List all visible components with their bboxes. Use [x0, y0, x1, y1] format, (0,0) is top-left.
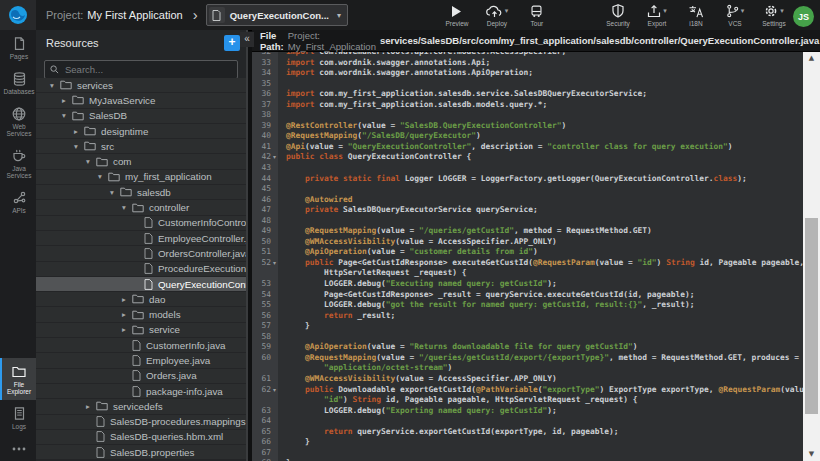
- folder-icon: [72, 95, 84, 105]
- code-line: 61 @WMAccessVisibility(value = AccessSpe…: [252, 374, 803, 385]
- toolbar-button-deploy[interactable]: ▾Deploy: [484, 4, 510, 27]
- tree-row[interactable]: ▸dao: [36, 292, 246, 307]
- tree-row[interactable]: Employee.java: [36, 353, 246, 368]
- chevron-expanded-icon[interactable]: ▾: [122, 203, 132, 212]
- tree-row[interactable]: SalesDB.properties: [36, 445, 246, 460]
- code-text: public Downloadable exportGetCustId(@Pat…: [278, 385, 803, 396]
- rail-item-file-explorer[interactable]: File Explorer: [0, 358, 36, 400]
- tree-item-label: package-info.java: [146, 386, 223, 397]
- tree-row[interactable]: ▸servicedefs: [36, 399, 246, 414]
- tree-row[interactable]: ▸MyJavaService: [36, 93, 246, 108]
- tree-row[interactable]: CustomerInfoController.java: [36, 216, 246, 231]
- tree-row[interactable]: ▾src: [36, 139, 246, 154]
- tree-row[interactable]: ▾my_first_application: [36, 170, 246, 185]
- rail-item-more[interactable]: [0, 435, 36, 461]
- code-text: public Page<GetCustIdResponse> executeGe…: [278, 258, 803, 269]
- user-avatar[interactable]: JS: [793, 6, 814, 27]
- search-icon: [50, 65, 59, 74]
- toolbar-button-vcs[interactable]: ▾VCS: [722, 4, 748, 27]
- chevron-expanded-icon[interactable]: ▾: [110, 188, 120, 197]
- tree-row[interactable]: ▾salesdb: [36, 185, 246, 200]
- add-resource-button[interactable]: +: [224, 35, 240, 51]
- rail-item-apis[interactable]: APIs: [0, 184, 36, 219]
- fold-marker-icon[interactable]: ▾: [271, 385, 278, 396]
- editor-vertical-scrollbar[interactable]: ▲ ▼: [803, 52, 820, 461]
- chevron-collapsed-icon[interactable]: ▸: [122, 310, 132, 319]
- tree-row[interactable]: CustomerInfo.java: [36, 338, 246, 353]
- tree-row[interactable]: SalesDB-procedures.mappings.json: [36, 415, 246, 430]
- rail-item-logs[interactable]: Logs: [0, 400, 36, 435]
- line-number: 55: [252, 300, 271, 311]
- code-line: 40@RequestMapping("/SalesDB/queryExecuto…: [252, 131, 803, 142]
- gutter: 61: [252, 374, 278, 385]
- line-number: 66: [252, 437, 271, 448]
- rail-item-databases[interactable]: Databases: [0, 65, 36, 100]
- java-services-icon: [12, 148, 26, 163]
- chevron-expanded-icon[interactable]: ▾: [86, 157, 96, 166]
- code-line: 42▾public class QueryExecutionController…: [252, 152, 803, 163]
- chevron-expanded-icon[interactable]: ▾: [62, 111, 72, 120]
- fold-spacer: [271, 247, 278, 258]
- tree-row[interactable]: ▾com: [36, 154, 246, 169]
- chevron-expanded-icon[interactable]: ▾: [98, 172, 108, 181]
- fold-marker-icon[interactable]: ▾: [271, 152, 278, 163]
- gutter: 49: [252, 226, 278, 237]
- rail-item-java-services[interactable]: Java Services: [0, 142, 36, 184]
- search-input[interactable]: [63, 63, 232, 76]
- chevron-collapsed-icon[interactable]: ▸: [62, 96, 72, 105]
- tree-item-label: OrdersController.java: [158, 248, 246, 259]
- gutter: 64: [252, 416, 278, 427]
- rail-item-web-services[interactable]: Web Services: [0, 100, 36, 142]
- fold-spacer: [271, 195, 278, 206]
- code-editor[interactable]: 32import com.wavemaker.tools.api.core.mo…: [252, 52, 803, 461]
- tree-row[interactable]: ▾controller: [36, 200, 246, 215]
- toolbar-button-settings[interactable]: ▾Settings: [761, 4, 787, 27]
- code-text: return _result;: [278, 311, 395, 322]
- gutter: 57: [252, 321, 278, 332]
- tree-item-label: ProcedureExecutionController.java: [158, 263, 246, 274]
- chevron-collapsed-icon[interactable]: ▸: [74, 127, 84, 136]
- chevron-collapsed-icon[interactable]: ▸: [86, 402, 96, 411]
- toolbar-button-i18n[interactable]: i18N: [683, 4, 709, 27]
- folder-icon: [96, 157, 108, 167]
- tree-row[interactable]: QueryExecutionController.java: [36, 277, 246, 292]
- chevron-expanded-icon[interactable]: ▾: [74, 142, 84, 151]
- tree-row[interactable]: EmployeeController.java: [36, 231, 246, 246]
- tree-row[interactable]: OrdersController.java: [36, 246, 246, 261]
- tree-row[interactable]: ▸designtime: [36, 124, 246, 139]
- toolbar-button-preview[interactable]: Preview: [444, 4, 470, 27]
- code-text: @RestController(value = "SalesDB.QueryEx…: [278, 121, 566, 132]
- tree-row[interactable]: ▸models: [36, 307, 246, 322]
- collapse-panel-button[interactable]: «: [240, 32, 254, 47]
- tree-row[interactable]: Orders.java: [36, 369, 246, 384]
- toolbar-button-export[interactable]: ▾Export: [644, 4, 670, 27]
- scroll-up-arrow[interactable]: ▲: [803, 52, 820, 65]
- folder-icon: [120, 187, 132, 197]
- chevron-collapsed-icon[interactable]: ▸: [122, 295, 132, 304]
- code-line: 49 @RequestMapping(value = "/queries/get…: [252, 226, 803, 237]
- chevron-collapsed-icon[interactable]: ▸: [122, 325, 132, 334]
- tree-row[interactable]: ▾SalesDB: [36, 109, 246, 124]
- line-number: 43: [252, 163, 271, 174]
- fold-spacer: [271, 131, 278, 142]
- tree-row[interactable]: ▾services: [36, 78, 246, 93]
- fold-marker-icon[interactable]: ▾: [271, 258, 278, 269]
- code-line: 44 private static final Logger LOGGER = …: [252, 174, 803, 185]
- scroll-down-arrow[interactable]: ▼: [803, 448, 820, 461]
- code-text: "application/octet-stream"): [278, 363, 452, 374]
- open-file-dropdown[interactable]: QueryExecutionCon... ▾: [206, 4, 348, 26]
- tree-row[interactable]: ▸service: [36, 323, 246, 338]
- toolbar-button-tour[interactable]: Tour: [524, 4, 550, 27]
- tree-row[interactable]: package-info.java: [36, 384, 246, 399]
- project-name[interactable]: My First Application: [87, 9, 182, 21]
- scrollbar-thumb[interactable]: [805, 218, 818, 414]
- tree-row[interactable]: SalesDB-queries.hbm.xml: [36, 430, 246, 445]
- rail-item-pages[interactable]: Pages: [0, 30, 36, 65]
- chevron-expanded-icon[interactable]: ▾: [50, 81, 60, 90]
- app-logo[interactable]: [0, 0, 36, 30]
- file-path-bar: File Path: Project: My_First_Application…: [252, 30, 820, 52]
- gutter: 51: [252, 247, 278, 258]
- toolbar-button-security[interactable]: Security: [605, 4, 631, 27]
- tree-row[interactable]: ProcedureExecutionController.java: [36, 262, 246, 277]
- tree-item-label: com: [113, 156, 132, 167]
